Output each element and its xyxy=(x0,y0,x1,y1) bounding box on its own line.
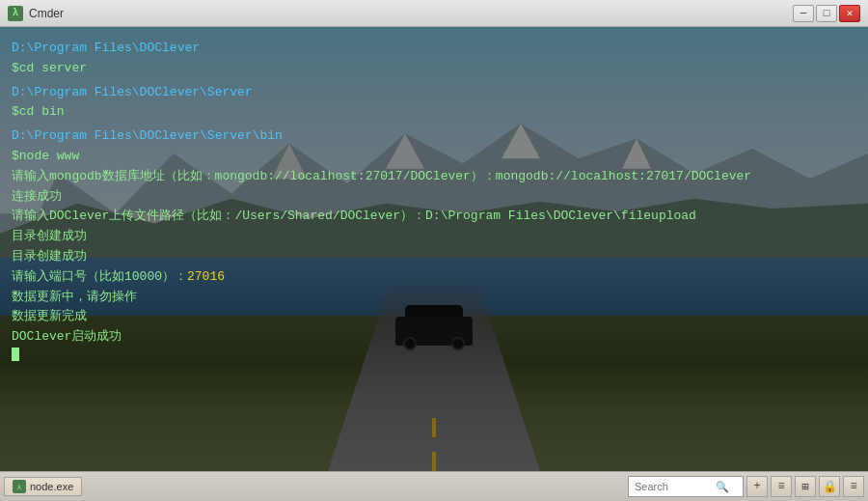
terminal-output-8: 数据更新完成 xyxy=(12,307,856,327)
search-icon: 🔍 xyxy=(716,481,729,493)
task-tab[interactable]: λ node.exe xyxy=(4,477,82,496)
title-bar-left: λ Cmder xyxy=(8,6,64,21)
path-1: D:\Program Files\DOClever xyxy=(12,39,200,59)
status-right: 🔍 + ≡ ⊞ 🔒 ≡ xyxy=(628,476,864,497)
terminal-cmd-3: $ node www xyxy=(12,147,856,167)
terminal-output-7: 数据更新中，请勿操作 xyxy=(12,288,856,308)
output-5: 目录创建成功 xyxy=(12,247,87,267)
terminal-line-2: D:\Program Files\DOClever\Server xyxy=(12,83,856,103)
lock-button[interactable]: 🔒 xyxy=(819,476,840,497)
title-bar: λ Cmder ─ □ ✕ xyxy=(0,0,868,27)
output-4: 目录创建成功 xyxy=(12,227,87,247)
terminal-line-3: D:\Program Files\DOClever\Server\bin xyxy=(12,126,856,147)
status-bar: λ node.exe 🔍 + ≡ ⊞ 🔒 ≡ xyxy=(0,471,868,501)
terminal-cmd-1: $ cd server xyxy=(12,59,856,79)
menu-button[interactable]: ≡ xyxy=(771,476,792,497)
window-controls: ─ □ ✕ xyxy=(793,5,860,22)
status-left: λ node.exe xyxy=(4,477,82,496)
output-6: 请输入端口号（比如10000）：27016 xyxy=(12,267,225,288)
terminal-output-4: 目录创建成功 xyxy=(12,227,856,247)
port-highlight: 27016 xyxy=(187,269,225,284)
maximize-button[interactable]: □ xyxy=(816,5,837,22)
task-icon: λ xyxy=(13,480,26,493)
add-tab-button[interactable]: + xyxy=(746,476,768,497)
terminal-cursor-line xyxy=(12,348,856,361)
terminal-output-2: 连接成功 xyxy=(12,187,856,208)
terminal-content[interactable]: D:\Program Files\DOClever $ cd server D:… xyxy=(12,39,856,459)
settings-button[interactable]: ≡ xyxy=(843,476,864,497)
cmd-2: cd bin xyxy=(19,102,65,123)
app-icon: λ xyxy=(8,6,23,21)
path-3: D:\Program Files\DOClever\Server\bin xyxy=(12,126,283,147)
output-1: 请输入mongodb数据库地址（比如：mongodb://localhost:2… xyxy=(12,167,751,187)
search-input[interactable] xyxy=(635,481,712,492)
terminal-output-5: 目录创建成功 xyxy=(12,247,856,267)
output-7: 数据更新中，请勿操作 xyxy=(12,288,137,308)
path-2: D:\Program Files\DOClever\Server xyxy=(12,83,253,103)
prompt-3: $ xyxy=(12,147,19,167)
output-8: 数据更新完成 xyxy=(12,307,87,327)
cmd-1: cd server xyxy=(19,59,87,79)
terminal-window[interactable]: D:\Program Files\DOClever $ cd server D:… xyxy=(0,27,868,471)
output-3: 请输入DOClever上传文件路径（比如：/Users/Shared/DOCle… xyxy=(12,207,696,227)
prompt-2: $ xyxy=(12,102,19,123)
grid-button[interactable]: ⊞ xyxy=(795,476,816,497)
cmd-3: node www xyxy=(19,147,79,167)
minimize-button[interactable]: ─ xyxy=(793,5,814,22)
close-button[interactable]: ✕ xyxy=(839,5,860,22)
task-label: node.exe xyxy=(30,481,73,492)
output-2: 连接成功 xyxy=(12,187,62,208)
cursor xyxy=(12,348,19,361)
prompt-1: $ xyxy=(12,59,19,79)
terminal-output-1: 请输入mongodb数据库地址（比如：mongodb://localhost:2… xyxy=(12,167,856,187)
search-box[interactable]: 🔍 xyxy=(628,476,744,497)
terminal-output-9: DOClever启动成功 xyxy=(12,327,856,348)
output-9: DOClever启动成功 xyxy=(12,327,122,348)
window-title: Cmder xyxy=(29,7,64,20)
terminal-output-6: 请输入端口号（比如10000）：27016 xyxy=(12,267,856,288)
terminal-output-3: 请输入DOClever上传文件路径（比如：/Users/Shared/DOCle… xyxy=(12,207,856,227)
terminal-cmd-2: $ cd bin xyxy=(12,102,856,123)
terminal-line-1: D:\Program Files\DOClever xyxy=(12,39,856,59)
